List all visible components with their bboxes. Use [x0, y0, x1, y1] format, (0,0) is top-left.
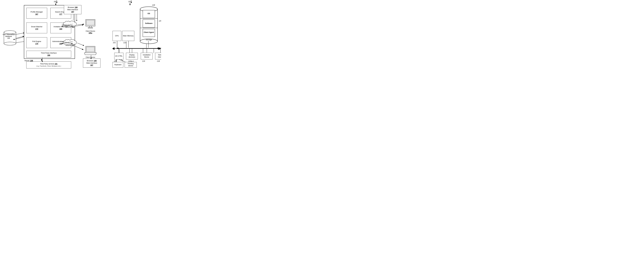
install-label: Installation Device: [142, 54, 152, 58]
install-bus-line: [146, 48, 148, 53]
tp-arrow: [41, 58, 44, 62]
install-ref: 116: [142, 60, 145, 62]
cpu-ref: 101: [113, 42, 116, 44]
svg-line-70: [119, 59, 126, 62]
search-engine-ref: 177: [59, 13, 62, 15]
server-label: Server 106: [24, 60, 33, 62]
svg-line-50: [77, 43, 84, 46]
cpu-box: CPU: [112, 31, 121, 41]
netif-bus-line: [160, 48, 161, 53]
os-label: OS: [140, 12, 158, 14]
display-label: Display device(s): [127, 54, 137, 58]
svg-marker-32: [76, 20, 77, 21]
main-memory-box: Main Memory: [122, 31, 134, 41]
pointing-ref: 127: [126, 68, 130, 68]
client-device-top: Client Device 195a: [83, 19, 98, 34]
software-label: Software: [140, 22, 158, 24]
net1-client-line: [77, 23, 84, 27]
diagram: 160 100 Server 106 Profile Manager 167 S…: [0, 0, 161, 68]
third-party-services-box: Third Party services 191 (e.g. Facebook,…: [26, 61, 71, 68]
profile-manager-ref: 167: [35, 13, 38, 15]
browser-net1-line: [72, 14, 75, 21]
display-ref: 124a-n: [128, 60, 134, 62]
client-agent-label: Client Agent: [140, 31, 158, 33]
ref100-arrow: [128, 0, 133, 4]
poll-engine-box: Poll Engine 175: [26, 37, 47, 48]
svg-rect-44: [86, 20, 94, 25]
svg-line-47: [77, 24, 84, 25]
third-party-interface-label: Third Party Interface: [41, 52, 57, 54]
smart-matcher-ref: 172: [35, 28, 38, 30]
keyboard-box: Keyboard: [112, 62, 123, 68]
storage-bus-line: [148, 41, 149, 48]
userdb-server-arrows: [14, 32, 25, 43]
network-if-label: Network Interface: [156, 54, 161, 58]
storage-label: Storage: [140, 39, 158, 41]
browser-top-sublabel: Web Interface: [67, 8, 78, 11]
third-party-interface-box: Third Party Interface 186: [26, 51, 71, 58]
svg-rect-49: [86, 47, 94, 52]
keyboard-ref: 126: [112, 68, 116, 68]
browser-bot-box: Browser 190 Web Interface 187: [83, 58, 100, 68]
third-party-services-sublabel: (e.g. Facebook, Orkut, MySpace etc.): [36, 65, 61, 67]
main-memory-label: Main Memory: [123, 35, 134, 37]
svg-rect-46: [88, 27, 93, 28]
client-top-label: Client Device 195a: [83, 30, 98, 34]
profile-manager-box: Profile Manager 167: [26, 8, 47, 18]
userdb-label: User Information database 165: [2, 33, 15, 39]
ref128: 128: [152, 4, 155, 6]
third-party-services-label: Third Party services 191: [40, 63, 57, 65]
smart-matcher-box: Smart Matcher 172: [26, 22, 47, 33]
mem-bus-line: [128, 41, 129, 48]
net1-arrows: [75, 14, 79, 21]
svg-rect-45: [89, 26, 92, 27]
browser-top-subref: 187: [71, 11, 74, 13]
ioctrl-box: I/O CTRL: [114, 53, 124, 59]
cpu-bus-line: [116, 41, 118, 48]
ioctrl-label: I/O CTRL: [115, 55, 122, 57]
system-bus: [112, 47, 161, 50]
browser-bot-sublabel: Web Interface: [86, 62, 97, 64]
net1-server-arrows: [61, 23, 73, 28]
display-box: Display device(s): [126, 53, 138, 59]
ioctrl-bus-line: [118, 48, 120, 53]
svg-line-69: [116, 59, 117, 62]
display-bus-line: [131, 48, 133, 53]
pointing-label: Pointing Device: [125, 63, 136, 67]
browser-top-label: Browser 190: [68, 6, 78, 8]
browser-bot-label: Browser 190: [87, 60, 96, 62]
profile-manager-label: Profile Manager: [30, 11, 43, 13]
svg-line-72: [14, 37, 24, 39]
storage-ref: 120: [159, 20, 161, 22]
smart-matcher-label: Smart Matcher: [31, 26, 42, 28]
main-memory-ref: 122: [123, 42, 126, 44]
net2-server-arrows: [61, 40, 73, 46]
third-party-interface-ref: 186: [47, 54, 50, 56]
poll-engine-label: Poll Engine: [32, 40, 41, 43]
poll-engine-ref: 175: [35, 43, 38, 45]
net2-client-line: [77, 42, 84, 46]
browser-top-box: Browser 190 Web Interface 187: [64, 5, 82, 14]
svg-line-71: [14, 33, 24, 35]
browser-bot-subref: 187: [90, 64, 93, 66]
cpu-label: CPU: [115, 35, 119, 37]
pointing-box: Pointing Device: [125, 62, 137, 68]
install-box: Installation Device: [141, 53, 152, 59]
ioctrl-pointing-line: [118, 59, 128, 62]
network-if-box: Network Interface: [155, 53, 161, 59]
storage-cylinder: OS Software Client Agent Storage: [140, 5, 158, 44]
ref160-arrow: [53, 0, 58, 4]
client-bot-browser-arrow: [90, 55, 92, 59]
network-if-ref: 118: [157, 60, 160, 62]
keyboard-label: Keyboard: [114, 64, 121, 66]
invitation-manager-ref: 180: [59, 28, 62, 30]
